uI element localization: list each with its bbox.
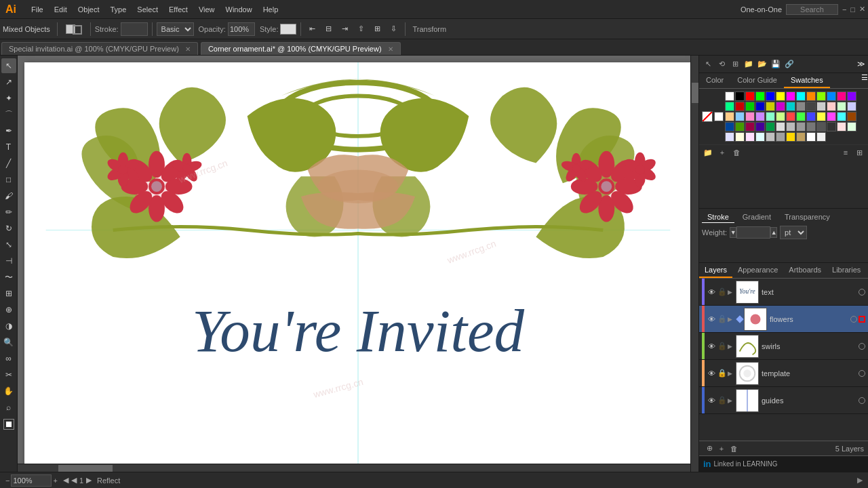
swatch-color[interactable]	[816, 132, 826, 142]
swatch-color[interactable]	[725, 122, 734, 131]
swatch-color[interactable]	[786, 122, 795, 131]
v-scrollbar[interactable]	[690, 56, 698, 472]
zoom-input[interactable]	[11, 474, 52, 487]
layer-lock-text[interactable]: 🔒	[717, 287, 728, 298]
swatch-color[interactable]	[796, 102, 806, 111]
menu-object[interactable]: Object	[73, 3, 105, 16]
swatch-color[interactable]	[786, 132, 795, 142]
swatch-color[interactable]	[786, 92, 795, 101]
panel-icon-2[interactable]: ⟲	[715, 58, 728, 70]
swatch-color[interactable]	[755, 132, 765, 142]
hand-tool[interactable]: ✋	[1, 384, 16, 399]
swatch-color[interactable]	[766, 92, 775, 101]
swatch-color[interactable]	[745, 122, 755, 131]
v-scrollbar-thumb[interactable]	[692, 83, 698, 103]
scale-tool[interactable]: ⤡	[1, 237, 16, 252]
swatch-color[interactable]	[796, 112, 806, 121]
layer-target-circle-template[interactable]	[859, 370, 865, 377]
align-left-btn[interactable]: ⇤	[305, 22, 319, 35]
swatch-color[interactable]	[837, 102, 846, 111]
style-preview[interactable]	[280, 24, 296, 35]
magic-wand-tool[interactable]: ✦	[1, 91, 16, 106]
pencil-tool[interactable]: ✏	[1, 205, 16, 220]
panel-icon-5[interactable]: 📂	[756, 58, 768, 70]
line-tool[interactable]: ╱	[1, 156, 16, 171]
swatch-color[interactable]	[755, 122, 765, 131]
swatch-color[interactable]	[796, 132, 806, 142]
swatch-color[interactable]	[735, 102, 745, 111]
swatch-new-btn[interactable]: +	[716, 146, 728, 159]
tab-special-invitation[interactable]: Special invitation.ai @ 100% (CMYK/GPU P…	[1, 42, 198, 55]
menu-file[interactable]: File	[26, 3, 49, 16]
artboards-tab[interactable]: Artboards	[783, 263, 827, 278]
swatch-color[interactable]	[827, 92, 836, 101]
weight-up[interactable]: ▲	[770, 227, 777, 238]
restore-btn[interactable]: □	[850, 5, 855, 14]
layer-target-circle-text[interactable]	[859, 289, 865, 296]
tab-corner-close[interactable]: ✕	[388, 45, 393, 53]
fill-color[interactable]	[62, 21, 86, 37]
layer-expand-template[interactable]: ▶	[728, 370, 736, 377]
swatch-color[interactable]	[837, 92, 846, 101]
swatch-color[interactable]	[786, 102, 795, 111]
swatch-color[interactable]	[776, 112, 785, 121]
h-scrollbar-thumb[interactable]	[58, 465, 113, 472]
libraries-tab[interactable]: Libraries	[827, 263, 866, 278]
panel-icon-transform[interactable]: ⊞	[729, 58, 741, 70]
panel-collapse-btn[interactable]: ≫	[857, 60, 865, 68]
shape-builder-tool[interactable]: ⊕	[1, 302, 16, 317]
swatch-color[interactable]	[776, 102, 785, 111]
layer-visibility-text[interactable]: 👁	[706, 287, 717, 298]
minimize-btn[interactable]: −	[842, 5, 846, 14]
gradient-tool[interactable]: ◑	[1, 319, 16, 333]
swatch-color[interactable]	[847, 102, 856, 111]
menu-effect[interactable]: Effect	[163, 3, 193, 16]
swatch-color[interactable]	[827, 122, 836, 131]
swatch-color[interactable]	[837, 122, 846, 131]
swatch-color[interactable]	[776, 122, 785, 131]
layer-item-text[interactable]: 👁 🔒 ▶ You're text	[699, 279, 868, 306]
swatch-color[interactable]	[796, 122, 806, 131]
weight-unit-select[interactable]: pt	[780, 226, 807, 239]
swatch-color[interactable]	[735, 112, 745, 121]
swatch-color[interactable]	[735, 122, 745, 131]
rect-tool[interactable]: □	[1, 172, 16, 187]
panel-icon-1[interactable]: ↖	[702, 58, 714, 70]
layer-visibility-guides[interactable]: 👁	[706, 395, 717, 406]
layer-item-guides[interactable]: 👁 🔒 ▶ guides	[699, 387, 868, 414]
swatch-color[interactable]	[725, 132, 734, 142]
weight-input[interactable]	[736, 226, 770, 239]
swatch-delete-btn[interactable]: 🗑	[730, 146, 743, 159]
swatch-color[interactable]	[776, 132, 785, 142]
layer-target-circle-flowers[interactable]	[850, 316, 857, 323]
swatch-color[interactable]	[806, 112, 816, 121]
swatch-color[interactable]	[755, 112, 765, 121]
panel-icon-6[interactable]: 💾	[770, 58, 782, 70]
next-artboard[interactable]: ▶	[86, 476, 92, 485]
swatch-color[interactable]	[806, 92, 816, 101]
layer-expand-guides[interactable]: ▶	[728, 397, 736, 404]
stroke-tab[interactable]: Stroke	[702, 211, 734, 223]
swatch-color[interactable]	[755, 102, 765, 111]
rotate-tool[interactable]: ↻	[1, 221, 16, 236]
align-top-btn[interactable]: ⇧	[354, 22, 368, 35]
blend-tool[interactable]: ∞	[1, 351, 16, 366]
h-scrollbar[interactable]	[18, 464, 690, 472]
make-sublayer-btn[interactable]: ⊕	[703, 443, 715, 455]
fill-indicator[interactable]	[3, 419, 14, 430]
tab-special-close[interactable]: ✕	[185, 45, 191, 53]
canvas-area[interactable]: You're Invited www.rrcg.cn www.rrcg.cn w…	[18, 56, 698, 472]
align-middle-btn[interactable]: ⊞	[370, 22, 384, 35]
color-guide-tab[interactable]: Color Guide	[730, 73, 784, 88]
pen-tool[interactable]: ✒	[1, 123, 16, 138]
swatch-color[interactable]	[745, 102, 755, 111]
swatch-color[interactable]	[816, 92, 826, 101]
swatch-color[interactable]	[827, 102, 836, 111]
transparency-tab[interactable]: Transparency	[779, 211, 835, 223]
swatch-list-view[interactable]: ≡	[840, 146, 852, 159]
align-center-btn[interactable]: ⊟	[321, 22, 336, 35]
layer-target-circle-guides[interactable]	[859, 397, 865, 404]
warp-tool[interactable]: 〜	[1, 270, 16, 285]
swatch-color[interactable]	[827, 112, 836, 121]
layer-expand-flowers[interactable]: ▶	[728, 316, 736, 323]
